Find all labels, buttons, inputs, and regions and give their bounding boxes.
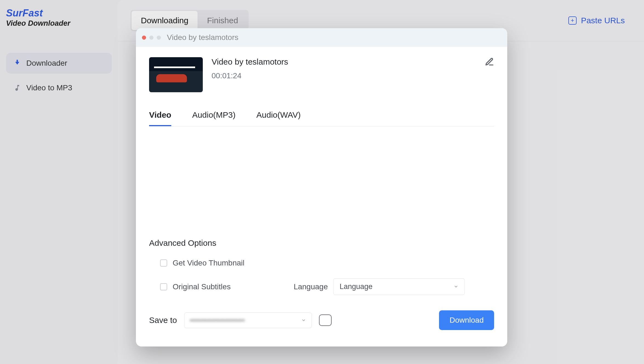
close-icon[interactable]: [142, 36, 146, 40]
original-subtitles-label: Original Subtitles: [173, 282, 231, 291]
video-duration: 00:01:24: [212, 71, 288, 80]
format-list-area: [149, 126, 494, 227]
brand-name: SurFast: [6, 8, 112, 19]
video-meta: Video by teslamotors 00:01:24: [212, 57, 288, 80]
chevron-down-icon: [301, 316, 306, 325]
music-note-icon: [13, 84, 21, 92]
advanced-options-heading: Advanced Options: [149, 238, 494, 248]
window-controls: [142, 36, 161, 40]
option-get-thumbnail-row: Get Video Thumbnail: [149, 259, 494, 267]
minimize-icon[interactable]: [149, 36, 153, 40]
save-path-value: ••••••••••••••••••••••: [190, 316, 245, 325]
sidebar-nav: Downloader Video to MP3: [6, 53, 112, 98]
language-select-value: Language: [340, 282, 372, 291]
download-arrow-icon: [13, 59, 21, 67]
brand-subtitle: Video Downloader: [6, 19, 112, 28]
modal-body: Video by teslamotors 00:01:24 Video Audi…: [136, 47, 507, 346]
video-thumbnail: [149, 57, 203, 92]
maximize-icon[interactable]: [157, 36, 161, 40]
original-subtitles-checkbox[interactable]: [160, 283, 167, 290]
format-tab-video[interactable]: Video: [149, 110, 171, 126]
format-tab-audio-wav[interactable]: Audio(WAV): [257, 110, 301, 126]
modal-title: Video by teslamotors: [167, 33, 238, 42]
plus-icon: +: [568, 16, 577, 25]
browse-folder-button[interactable]: [319, 314, 332, 326]
save-to-label: Save to: [149, 316, 177, 325]
video-title: Video by teslamotors: [212, 57, 288, 67]
option-subtitles-row: Original Subtitles Language Language: [149, 278, 494, 295]
paste-urls-button[interactable]: + Paste URLs: [568, 16, 625, 25]
download-button[interactable]: Download: [439, 310, 494, 330]
get-thumbnail-label: Get Video Thumbnail: [173, 259, 244, 267]
sidebar: SurFast Video Downloader Downloader Vide…: [0, 0, 118, 364]
tab-downloading[interactable]: Downloading: [132, 11, 198, 30]
paste-urls-label: Paste URLs: [581, 16, 625, 25]
logo: SurFast Video Downloader: [6, 8, 112, 28]
language-select[interactable]: Language: [333, 278, 465, 295]
sidebar-item-label: Downloader: [26, 59, 67, 68]
modal-titlebar: Video by teslamotors: [136, 28, 507, 47]
sidebar-item-video-to-mp3[interactable]: Video to MP3: [6, 77, 112, 98]
sidebar-item-downloader[interactable]: Downloader: [6, 53, 112, 74]
modal-footer: Save to •••••••••••••••••••••• Download: [149, 295, 494, 346]
tab-finished[interactable]: Finished: [198, 11, 247, 30]
save-path-select[interactable]: ••••••••••••••••••••••: [184, 313, 312, 328]
language-label: Language: [294, 282, 328, 291]
sidebar-item-label: Video to MP3: [26, 83, 72, 92]
format-tab-audio-mp3[interactable]: Audio(MP3): [192, 110, 235, 126]
chevron-down-icon: [454, 282, 458, 291]
download-modal: Video by teslamotors Video by teslamotor…: [136, 28, 507, 346]
format-tabs: Video Audio(MP3) Audio(WAV): [149, 110, 494, 126]
video-info-row: Video by teslamotors 00:01:24: [149, 57, 494, 92]
edit-title-icon[interactable]: [485, 57, 494, 68]
get-thumbnail-checkbox[interactable]: [160, 259, 167, 267]
